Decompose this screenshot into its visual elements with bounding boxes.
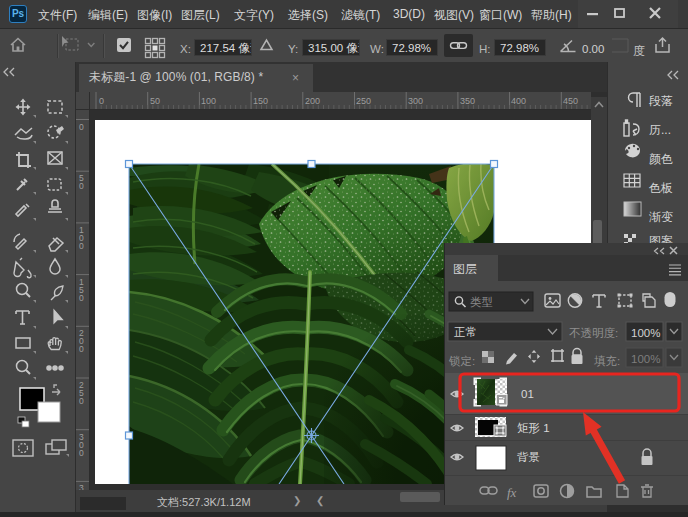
svg-text:正常: 正常 — [454, 326, 477, 338]
svg-text:01: 01 — [521, 388, 534, 400]
svg-text:450: 450 — [563, 96, 578, 106]
svg-text:0: 0 — [79, 293, 84, 303]
svg-text:颜色: 颜色 — [649, 152, 673, 166]
svg-text:150: 150 — [253, 96, 268, 106]
svg-text:350: 350 — [460, 96, 475, 106]
svg-text:100: 100 — [201, 96, 216, 106]
svg-text:400: 400 — [511, 96, 526, 106]
svg-text:0: 0 — [79, 396, 84, 406]
svg-text:100%: 100% — [631, 353, 660, 365]
svg-text:200: 200 — [305, 96, 320, 106]
svg-text:图层: 图层 — [453, 262, 477, 276]
svg-text:历...: 历... — [649, 123, 671, 137]
svg-text:0: 0 — [79, 122, 84, 132]
svg-text:渐变: 渐变 — [649, 210, 673, 224]
svg-text:填充:: 填充: — [594, 355, 620, 367]
svg-text:250: 250 — [356, 96, 371, 106]
svg-text:不透明度:: 不透明度: — [569, 327, 618, 339]
svg-text:类型: 类型 — [470, 296, 493, 308]
svg-text:3: 3 — [79, 483, 84, 490]
svg-text:50: 50 — [150, 96, 160, 106]
svg-text:fx: fx — [507, 485, 517, 500]
svg-text:0: 0 — [79, 181, 84, 191]
svg-text:0: 0 — [99, 96, 104, 106]
svg-text:0: 0 — [79, 241, 84, 251]
svg-text:100%: 100% — [631, 327, 660, 339]
svg-text:段落: 段落 — [649, 94, 673, 108]
svg-text:300: 300 — [408, 96, 423, 106]
svg-text:锁定:: 锁定: — [448, 355, 475, 367]
svg-text:0: 0 — [79, 448, 84, 458]
svg-text:0: 0 — [79, 344, 84, 354]
svg-text:矩形 1: 矩形 1 — [517, 422, 550, 434]
svg-text:色板: 色板 — [648, 181, 673, 195]
svg-text:背景: 背景 — [517, 451, 540, 463]
